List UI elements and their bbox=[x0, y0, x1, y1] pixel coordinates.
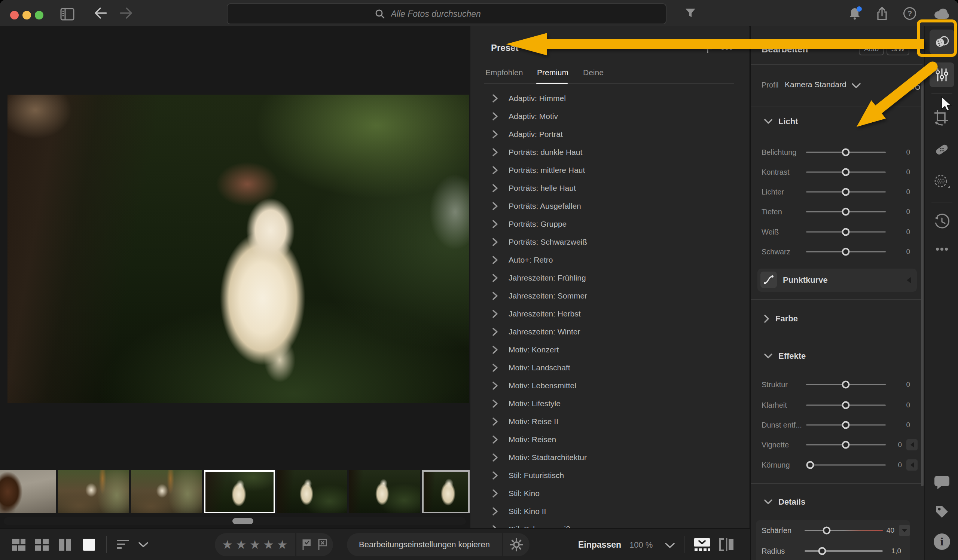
preset-group-item[interactable]: Jahreszeiten: Sommer bbox=[470, 287, 749, 305]
filmstrip-thumbnail-5[interactable] bbox=[277, 470, 347, 513]
preset-group-item[interactable]: Motiv: Stadtarchitektur bbox=[470, 449, 749, 467]
preset-group-item[interactable]: Auto+: Retro bbox=[470, 251, 749, 269]
zoom-fit-label[interactable]: Einpassen bbox=[578, 540, 621, 550]
view-photo-grid-icon[interactable] bbox=[11, 538, 26, 551]
preset-group-item[interactable]: Adaptiv: Himmel bbox=[470, 89, 749, 108]
filmstrip-toggle-icon[interactable] bbox=[693, 538, 711, 551]
preset-group-item[interactable]: Adaptiv: Porträt bbox=[470, 125, 749, 143]
preset-group-item[interactable]: Jahreszeiten: Frühling bbox=[470, 269, 749, 287]
filmstrip-thumbnail-2[interactable] bbox=[58, 470, 129, 513]
filmstrip-scrollbar-handle[interactable] bbox=[232, 518, 253, 524]
filter-icon[interactable] bbox=[685, 8, 696, 18]
slider-track[interactable] bbox=[804, 550, 883, 552]
sort-icon[interactable] bbox=[116, 539, 131, 550]
slider-track[interactable] bbox=[806, 465, 886, 466]
preset-group-item[interactable]: Motiv: Lebensmittel bbox=[470, 377, 749, 395]
section-light-header[interactable]: Licht bbox=[764, 115, 798, 128]
minimize-window-button[interactable] bbox=[22, 11, 31, 19]
preset-group-item[interactable]: Motiv: Konzert bbox=[470, 341, 749, 359]
flag-pick-icon[interactable] bbox=[301, 539, 312, 551]
preset-group-item[interactable]: Stil: Schwarzweiß bbox=[470, 520, 749, 528]
tab-empfohlen[interactable]: Empfohlen bbox=[485, 68, 523, 77]
info-button[interactable]: i bbox=[934, 533, 950, 550]
preset-group-item[interactable]: Porträts: dunkle Haut bbox=[470, 143, 749, 161]
preset-group-item[interactable]: Porträts: Gruppe bbox=[470, 215, 749, 233]
comments-button[interactable] bbox=[934, 475, 950, 490]
profile-browser-icon[interactable] bbox=[908, 79, 922, 90]
auto-button[interactable]: Auto bbox=[859, 42, 884, 55]
slider-handle[interactable] bbox=[806, 461, 814, 469]
copy-settings-options-button[interactable] bbox=[503, 533, 530, 556]
bw-button[interactable]: S/W bbox=[887, 42, 909, 55]
koernung-expand-button[interactable] bbox=[906, 459, 918, 471]
section-details-header[interactable]: Details bbox=[764, 495, 805, 509]
profile-value[interactable]: Kamera Standard bbox=[785, 80, 847, 89]
tab-deine[interactable]: Deine bbox=[583, 68, 604, 77]
point-curve-button[interactable]: Punktkurve bbox=[757, 269, 917, 292]
tab-premium[interactable]: Premium bbox=[537, 68, 568, 77]
preset-group-item[interactable]: Porträts: helle Haut bbox=[470, 179, 749, 197]
masking-button[interactable] bbox=[933, 173, 951, 190]
search-bar[interactable] bbox=[227, 3, 666, 24]
slider-handle[interactable] bbox=[842, 381, 850, 389]
notifications-bell-icon[interactable] bbox=[847, 6, 863, 22]
view-detail-single-icon[interactable] bbox=[82, 538, 97, 551]
edit-sliders-button[interactable] bbox=[929, 62, 954, 87]
preset-group-item[interactable]: Motiv: Reise II bbox=[470, 413, 749, 430]
view-compare-columns-icon[interactable] bbox=[58, 538, 73, 551]
section-effects-header[interactable]: Effekte bbox=[764, 350, 806, 363]
crop-rotate-button[interactable] bbox=[934, 109, 950, 127]
presets-more-options-icon[interactable] bbox=[720, 46, 733, 51]
filmstrip-scrollbar[interactable] bbox=[4, 517, 466, 525]
schaerfen-expand-button[interactable] bbox=[899, 525, 910, 536]
sort-chevron-down-icon[interactable] bbox=[138, 541, 149, 548]
collapse-triangle-icon[interactable] bbox=[907, 277, 911, 283]
history-button[interactable] bbox=[933, 213, 950, 230]
filmstrip-thumbnail-3[interactable] bbox=[131, 470, 202, 513]
slider-handle[interactable] bbox=[842, 402, 850, 409]
slider-handle[interactable] bbox=[842, 188, 850, 196]
preset-group-item[interactable]: Stil: Kino II bbox=[470, 502, 749, 520]
vignette-expand-button[interactable] bbox=[906, 439, 918, 451]
star-icon[interactable]: ★ bbox=[277, 539, 288, 551]
filmstrip-thumbnail-1[interactable] bbox=[0, 470, 56, 513]
preset-group-item[interactable]: Stil: Futuristisch bbox=[470, 467, 749, 484]
slider-handle[interactable] bbox=[818, 547, 826, 555]
slider-handle[interactable] bbox=[842, 421, 850, 429]
star-icon[interactable]: ★ bbox=[250, 539, 260, 551]
preset-group-item[interactable]: Jahreszeiten: Herbst bbox=[470, 305, 749, 323]
slider-handle[interactable] bbox=[842, 168, 850, 176]
close-window-button[interactable] bbox=[10, 11, 19, 19]
search-input[interactable] bbox=[390, 9, 519, 19]
cloud-sync-icon[interactable] bbox=[933, 8, 950, 19]
preset-group-item[interactable]: Motiv: Lifestyle bbox=[470, 395, 749, 413]
profile-chevron-down-icon[interactable] bbox=[851, 83, 861, 89]
slider-handle[interactable] bbox=[842, 208, 850, 216]
preset-group-item[interactable]: Motiv: Landschaft bbox=[470, 359, 749, 377]
panel-toggle-icon[interactable] bbox=[60, 8, 76, 21]
help-icon[interactable]: ? bbox=[902, 6, 917, 21]
filmstrip-thumbnail-7[interactable] bbox=[422, 470, 469, 513]
zoom-window-button[interactable] bbox=[35, 11, 43, 19]
preset-group-item[interactable]: Porträts: Schwarzweiß bbox=[470, 233, 749, 251]
forward-button[interactable] bbox=[119, 7, 133, 19]
preset-group-item[interactable]: Porträts: Ausgefallen bbox=[470, 197, 749, 215]
slider-handle[interactable] bbox=[842, 149, 850, 157]
star-icon[interactable]: ★ bbox=[236, 539, 247, 551]
share-icon[interactable] bbox=[875, 6, 889, 21]
slider-handle[interactable] bbox=[842, 228, 850, 236]
filmstrip-thumbnail-6[interactable] bbox=[349, 470, 420, 513]
preset-group-item[interactable]: Motiv: Reisen bbox=[470, 430, 749, 449]
slider-handle[interactable] bbox=[842, 441, 850, 449]
slider-handle[interactable] bbox=[842, 248, 850, 256]
presets-button[interactable] bbox=[929, 30, 954, 54]
more-tools-button[interactable] bbox=[934, 247, 949, 252]
edit-panel-scrollbar[interactable] bbox=[921, 75, 923, 486]
slider-handle[interactable] bbox=[823, 527, 831, 535]
split-compare-icon[interactable] bbox=[718, 538, 735, 551]
star-icon[interactable]: ★ bbox=[222, 539, 233, 551]
filmstrip-thumbnail-4-selected[interactable] bbox=[204, 470, 275, 513]
zoom-chevron-down-icon[interactable] bbox=[664, 542, 676, 549]
preset-group-item[interactable]: Adaptiv: Motiv bbox=[470, 108, 749, 125]
star-icon[interactable]: ★ bbox=[263, 539, 274, 551]
